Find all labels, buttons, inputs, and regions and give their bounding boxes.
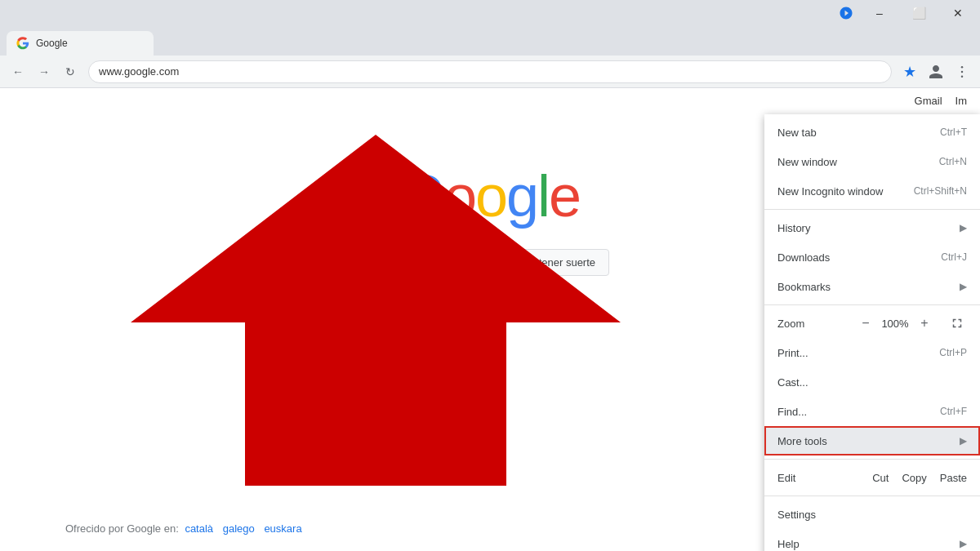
zoom-out-button[interactable]: −: [856, 313, 875, 333]
menu-more-tools-arrow: ▶: [960, 435, 967, 447]
maximize-button[interactable]: ⬜: [900, 0, 938, 26]
cut-button[interactable]: Cut: [872, 472, 889, 484]
footer-link-galego[interactable]: galego: [223, 522, 255, 535]
menu-button[interactable]: [951, 60, 973, 83]
logo-o1: o: [444, 163, 475, 229]
minimize-button[interactable]: –: [861, 0, 898, 26]
reload-button[interactable]: ↻: [59, 60, 82, 83]
tab-bar: Google: [0, 26, 980, 56]
menu-downloads[interactable]: Downloads Ctrl+J: [764, 242, 980, 272]
footer-link-catala[interactable]: català: [185, 522, 213, 535]
menu-new-tab-label: New tab: [777, 127, 817, 139]
menu-find-shortcut: Ctrl+F: [940, 406, 967, 417]
page-content: Gmail Im Google Buscar con Google Voy a …: [0, 88, 980, 551]
menu-history[interactable]: History ▶: [764, 213, 980, 242]
dropdown-menu: New tab Ctrl+T New window Ctrl+N New Inc…: [764, 114, 980, 551]
divider-4: [764, 495, 980, 496]
menu-help-label: Help: [777, 538, 800, 550]
menu-downloads-shortcut: Ctrl+J: [941, 251, 967, 263]
fullscreen-button[interactable]: [947, 313, 967, 333]
paste-button[interactable]: Paste: [940, 472, 967, 484]
menu-history-arrow: ▶: [960, 222, 967, 233]
update-icon: [835, 2, 858, 24]
google-logo-area: Google Buscar con Google Voy a tener sue…: [371, 162, 609, 276]
svg-point-1: [961, 70, 964, 73]
address-text: www.google.com: [99, 65, 179, 78]
feeling-lucky-button[interactable]: Voy a tener suerte: [496, 249, 610, 276]
copy-button[interactable]: Copy: [902, 472, 926, 484]
menu-incognito-shortcut: Ctrl+Shift+N: [914, 185, 967, 197]
google-links-bar: Gmail Im: [0, 88, 980, 113]
divider-1: [764, 209, 980, 210]
menu-settings-label: Settings: [777, 509, 816, 521]
search-box-area: Buscar con Google Voy a tener suerte: [371, 249, 609, 276]
active-tab[interactable]: Google: [7, 31, 154, 56]
logo-e: e: [549, 163, 580, 229]
menu-print-shortcut: Ctrl+P: [939, 347, 967, 358]
menu-cast[interactable]: Cast...: [764, 367, 980, 397]
zoom-value: 100%: [879, 318, 911, 330]
menu-help-arrow: ▶: [960, 538, 967, 549]
menu-print[interactable]: Print... Ctrl+P: [764, 338, 980, 367]
menu-bookmarks-arrow: ▶: [960, 281, 967, 292]
edit-label: Edit: [777, 472, 872, 484]
toolbar-right: ★: [898, 60, 973, 83]
menu-settings[interactable]: Settings: [764, 500, 980, 529]
menu-new-tab-shortcut: Ctrl+T: [940, 127, 967, 138]
address-bar[interactable]: www.google.com: [88, 60, 892, 83]
footer-text: Ofrecido por Google en:: [65, 522, 179, 535]
svg-point-2: [961, 75, 964, 78]
red-arrow: [49, 86, 621, 535]
divider-3: [764, 459, 980, 460]
gmail-link[interactable]: Gmail: [915, 95, 942, 107]
back-button[interactable]: ←: [7, 60, 29, 83]
google-logo: Google: [400, 162, 580, 229]
divider-2: [764, 304, 980, 305]
logo-g: G: [400, 163, 444, 229]
menu-bookmarks[interactable]: Bookmarks ▶: [764, 272, 980, 301]
zoom-row: Zoom − 100% +: [764, 309, 980, 338]
menu-new-window-shortcut: Ctrl+N: [939, 156, 967, 167]
images-link-partial: Im: [956, 95, 967, 107]
menu-new-tab[interactable]: New tab Ctrl+T: [764, 118, 980, 147]
menu-incognito[interactable]: New Incognito window Ctrl+Shift+N: [764, 176, 980, 206]
edit-actions: Cut Copy Paste: [872, 472, 967, 484]
menu-find-label: Find...: [777, 406, 807, 418]
menu-history-label: History: [777, 222, 810, 234]
footer-link-euskara[interactable]: euskara: [264, 522, 301, 535]
menu-more-tools[interactable]: More tools ▶: [764, 426, 980, 455]
menu-new-window[interactable]: New window Ctrl+N: [764, 147, 980, 176]
menu-more-tools-label: More tools: [777, 435, 827, 447]
logo-o2: o: [475, 163, 506, 229]
svg-point-0: [961, 65, 964, 68]
close-button[interactable]: ✕: [939, 0, 977, 26]
search-google-button[interactable]: Buscar con Google: [371, 249, 489, 276]
forward-button[interactable]: →: [33, 60, 56, 83]
menu-incognito-label: New Incognito window: [777, 185, 883, 198]
title-bar: – ⬜ ✕: [0, 0, 980, 26]
menu-new-window-label: New window: [777, 156, 837, 168]
toolbar: ← → ↻ www.google.com ★: [0, 56, 980, 88]
menu-downloads-label: Downloads: [777, 251, 830, 264]
menu-cast-label: Cast...: [777, 376, 808, 389]
zoom-label: Zoom: [777, 318, 849, 330]
footer: Ofrecido por Google en: català galego eu…: [65, 522, 305, 535]
window-controls: – ⬜ ✕: [861, 0, 977, 26]
logo-g2: g: [506, 163, 537, 229]
bookmark-button[interactable]: ★: [898, 60, 921, 83]
menu-help[interactable]: Help ▶: [764, 529, 980, 551]
menu-bookmarks-label: Bookmarks: [777, 281, 831, 293]
edit-row: Edit Cut Copy Paste: [764, 463, 980, 492]
tab-favicon: [16, 37, 29, 50]
zoom-in-button[interactable]: +: [915, 313, 934, 333]
zoom-controls: − 100% +: [856, 313, 934, 333]
logo-l: l: [537, 163, 549, 229]
profile-button[interactable]: [924, 60, 947, 83]
menu-print-label: Print...: [777, 347, 808, 359]
menu-find[interactable]: Find... Ctrl+F: [764, 397, 980, 426]
tab-label: Google: [36, 38, 68, 49]
